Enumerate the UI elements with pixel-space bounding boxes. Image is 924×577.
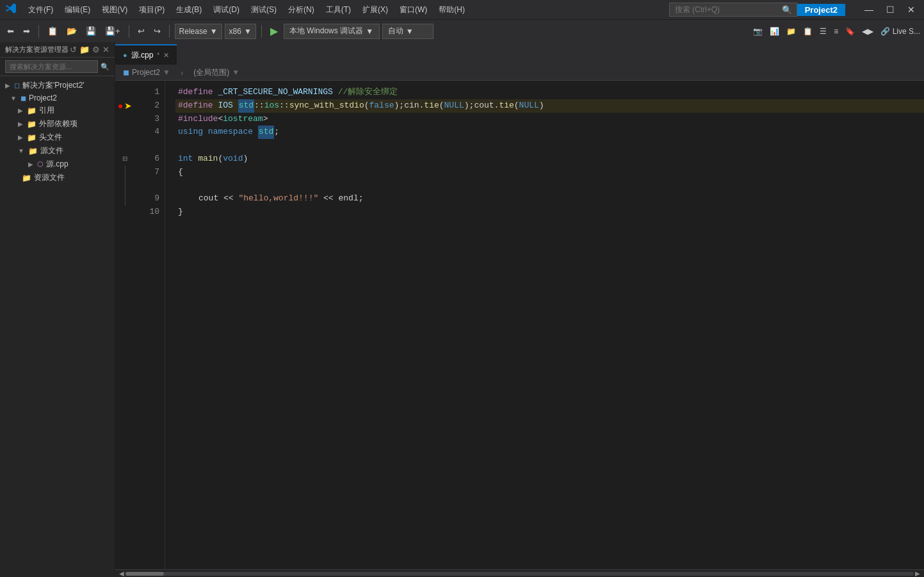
close-button[interactable]: ✕: [904, 4, 919, 15]
code-span: _CRT_SECURE_NO_WARNINGS: [218, 86, 332, 99]
gutter-line-6: ⊟: [115, 152, 134, 166]
live-share-label[interactable]: 🔗 Live S...: [880, 27, 920, 36]
menu-analyze[interactable]: 分析(N): [283, 3, 320, 17]
bookmark-button[interactable]: 🔖: [843, 25, 857, 38]
forward-button[interactable]: ➡: [20, 24, 33, 38]
search-input[interactable]: [669, 3, 797, 17]
tree-item-headers[interactable]: ▶ 📁 头文件: [0, 131, 115, 144]
menu-view[interactable]: 视图(V): [97, 3, 133, 17]
debugger-arrow-icon: ▼: [366, 27, 373, 36]
separator-3: [169, 25, 170, 38]
debugger-dropdown[interactable]: 本地 Windows 调试器 ▼: [284, 24, 380, 39]
properties-icon[interactable]: ⚙: [92, 45, 100, 54]
menu-file[interactable]: 文件(F): [23, 3, 58, 17]
tree-item-external-deps[interactable]: ▶ 📁 外部依赖项: [0, 117, 115, 131]
tree-item-source-cpp[interactable]: ▶ ⬡ 源.cpp: [0, 158, 115, 171]
auto-dropdown[interactable]: 自动 ▼: [382, 24, 434, 39]
tab-close-icon[interactable]: ✕: [163, 51, 169, 60]
code-editor[interactable]: ● ➤ ⊟: [115, 81, 924, 569]
menu-tools[interactable]: 工具(T): [321, 3, 356, 17]
camera-button[interactable]: 📷: [750, 25, 765, 38]
project-label: Project2: [29, 93, 57, 102]
code-span: main: [198, 152, 218, 166]
redo-button[interactable]: ↪: [150, 24, 164, 38]
clipboard-button[interactable]: 📋: [800, 25, 815, 38]
scrollbar-track[interactable]: [126, 572, 914, 576]
code-span: (: [514, 99, 519, 113]
sync-icon[interactable]: ↺: [70, 45, 77, 54]
code-line-6: int main ( void ): [175, 152, 924, 166]
save-all-button[interactable]: 💾+: [102, 24, 124, 38]
menu-debug[interactable]: 调试(D): [208, 3, 245, 17]
code-content[interactable]: #define _CRT_SECURE_NO_WARNINGS //解除安全绑定…: [165, 81, 924, 569]
code-span: ::: [279, 99, 289, 113]
code-span: }: [178, 206, 183, 219]
menu-edit[interactable]: 编辑(E): [60, 3, 95, 17]
align2-button[interactable]: ≡: [831, 25, 841, 38]
align-button[interactable]: ☰: [817, 25, 829, 38]
scrollbar-thumb[interactable]: [126, 572, 164, 576]
scroll-right-button[interactable]: ▶: [914, 570, 921, 577]
nav-scope-label: (全局范围): [193, 67, 229, 78]
source-files-label: 源文件: [40, 145, 63, 156]
code-span: using: [178, 126, 203, 139]
nav-buttons[interactable]: ◀▶: [859, 25, 876, 38]
new-project-button[interactable]: 📋: [44, 24, 61, 38]
source-files-folder-icon: 📁: [28, 147, 38, 156]
project-name-label: Project2: [797, 4, 845, 16]
resources-label: 资源文件: [34, 172, 65, 183]
menu-build[interactable]: 生成(B): [171, 3, 207, 17]
diagnostics-button[interactable]: 📊: [767, 25, 782, 38]
collapse-button[interactable]: ⊟: [122, 154, 127, 164]
nav-project-item[interactable]: ◼ Project2 ▼: [115, 65, 178, 80]
menu-window[interactable]: 窗口(W): [394, 3, 432, 17]
menu-project[interactable]: 项目(P): [134, 3, 170, 17]
new-folder-icon[interactable]: 📁: [79, 45, 90, 54]
undo-button[interactable]: ↩: [134, 24, 148, 38]
code-span: >: [263, 113, 268, 126]
back-button[interactable]: ⬅: [4, 24, 17, 38]
config-dropdown[interactable]: Release ▼: [175, 24, 222, 39]
code-span: <<: [218, 192, 238, 206]
menu-extensions[interactable]: 扩展(X): [357, 3, 393, 17]
close-sidebar-icon[interactable]: ✕: [102, 45, 109, 54]
sidebar-header: 解决方案资源管理器 ↺ 📁 ⚙ ✕: [0, 42, 115, 58]
sidebar-search-bar: 🔍: [0, 58, 115, 76]
vertical-line-2: [125, 179, 126, 193]
code-line-10: }: [175, 206, 924, 219]
tree-item-project[interactable]: ▼ ◼ Project2: [0, 92, 115, 104]
save-button[interactable]: 💾: [83, 24, 99, 38]
menu-test[interactable]: 测试(S): [246, 3, 282, 17]
tab-source-cpp[interactable]: ● 源.cpp * ✕: [115, 44, 177, 65]
title-bar: 文件(F) 编辑(E) 视图(V) 项目(P) 生成(B) 调试(D) 测试(S…: [0, 0, 924, 19]
code-line-9: cout << "hello,world!!!" << endl ;: [175, 192, 924, 206]
editor-nav: ◼ Project2 ▼ › (全局范围) ▼: [115, 65, 924, 81]
code-span: IOS: [218, 99, 232, 113]
platform-arrow-icon: ▼: [244, 27, 252, 36]
sidebar-search-input[interactable]: [5, 60, 98, 73]
code-span: int: [178, 152, 193, 166]
platform-dropdown[interactable]: x86 ▼: [225, 24, 256, 39]
line-numbers: 1 2 3 4 6 7 9 10: [134, 81, 165, 569]
run-button[interactable]: ▶: [267, 23, 281, 39]
tree-item-references[interactable]: ▶ 📁 引用: [0, 104, 115, 117]
sidebar-header-icons: ↺ 📁 ⚙ ✕: [70, 45, 109, 54]
nav-scope-item[interactable]: (全局范围) ▼: [186, 65, 247, 80]
headers-folder-icon: 📁: [27, 133, 36, 142]
maximize-button[interactable]: ☐: [882, 4, 898, 15]
code-span: (: [218, 152, 223, 166]
minimize-button[interactable]: —: [861, 4, 877, 15]
solution-arrow-icon: ▶: [5, 82, 10, 89]
gutter-line-4: [115, 126, 134, 139]
scroll-left-button[interactable]: ◀: [118, 570, 126, 577]
source-cpp-arrow-icon: ▶: [28, 161, 33, 168]
tree-item-solution[interactable]: ▶ ◻ 解决方案'Project2': [0, 79, 115, 92]
tree-item-resources[interactable]: 📁 资源文件: [0, 171, 115, 184]
code-span: <<: [318, 192, 338, 206]
open-button[interactable]: 📂: [63, 24, 80, 38]
tree-item-source-files[interactable]: ▼ 📁 源文件: [0, 144, 115, 158]
gutter-content: ● ➤ ⊟: [115, 81, 134, 224]
folder-button[interactable]: 📁: [784, 25, 798, 38]
tab-label: 源.cpp: [131, 50, 154, 61]
menu-help[interactable]: 帮助(H): [434, 3, 470, 17]
